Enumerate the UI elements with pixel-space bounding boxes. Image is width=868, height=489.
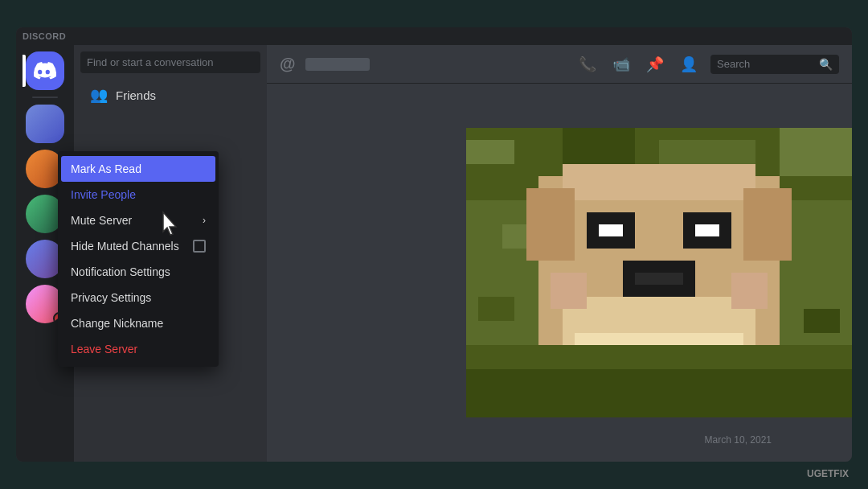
svg-rect-22	[478, 297, 514, 321]
server-icon-1[interactable]	[26, 105, 64, 143]
svg-rect-3	[563, 128, 635, 164]
friends-icon: 👥	[90, 86, 108, 104]
active-indicator	[23, 55, 26, 87]
hide-muted-checkbox[interactable]	[193, 240, 206, 253]
discord-home-icon[interactable]	[26, 51, 64, 90]
context-menu-notification-settings[interactable]: Notification Settings	[61, 259, 215, 285]
svg-rect-21	[792, 249, 816, 273]
context-menu: Mark As Read Invite People Mute Server ›…	[58, 151, 219, 367]
privacy-settings-label: Privacy Settings	[71, 291, 151, 304]
main-content: @ 📞 📹 📌 👤 Search 🔍	[267, 45, 852, 462]
mute-server-label: Mute Server	[71, 214, 132, 227]
svg-rect-20	[502, 224, 526, 249]
svg-rect-4	[659, 140, 755, 164]
pin-icon[interactable]: 📌	[643, 52, 667, 76]
svg-rect-12	[599, 224, 623, 236]
svg-rect-24	[551, 273, 587, 309]
svg-rect-15	[635, 273, 683, 285]
hide-muted-label: Hide Muted Channels	[71, 240, 179, 253]
svg-rect-9	[743, 188, 792, 261]
svg-rect-8	[526, 188, 575, 261]
search-icon: 🔍	[819, 58, 833, 71]
context-menu-invite-people[interactable]: Invite People	[61, 182, 215, 208]
content-header: @ 📞 📹 📌 👤 Search 🔍	[267, 45, 852, 84]
app-title: DISCORD	[23, 31, 66, 41]
context-menu-mute-server[interactable]: Mute Server ›	[61, 208, 215, 233]
call-icon[interactable]: 📞	[575, 52, 600, 76]
mark-as-read-label: Mark As Read	[71, 162, 141, 175]
leave-server-label: Leave Server	[71, 343, 137, 355]
notification-settings-label: Notification Settings	[71, 265, 170, 278]
chat-area: March 10, 2021	[267, 84, 852, 462]
context-menu-mark-as-read[interactable]: Mark As Read	[61, 156, 215, 182]
date-text: March 10, 2021	[705, 434, 772, 446]
context-menu-hide-muted[interactable]: Hide Muted Channels	[61, 233, 215, 259]
search-input[interactable]: Find or start a conversation	[80, 51, 260, 73]
username-blurred	[305, 58, 370, 71]
friends-item[interactable]: 👥 Friends	[80, 80, 260, 110]
search-placeholder: Find or start a conversation	[87, 56, 214, 68]
friends-label: Friends	[116, 88, 156, 102]
svg-rect-19	[466, 369, 852, 417]
context-menu-change-nickname[interactable]: Change Nickname	[61, 310, 215, 336]
svg-rect-7	[563, 164, 755, 200]
invite-people-label: Invite People	[71, 188, 136, 201]
video-icon[interactable]: 📹	[609, 52, 633, 76]
svg-rect-13	[695, 224, 719, 236]
server-divider	[32, 97, 58, 98]
svg-rect-5	[780, 128, 852, 176]
date-divider: March 10, 2021	[705, 434, 772, 446]
watermark: UGETFIX	[807, 468, 849, 479]
context-menu-privacy-settings[interactable]: Privacy Settings	[61, 285, 215, 310]
change-nickname-label: Change Nickname	[71, 317, 163, 330]
doge-image	[466, 84, 852, 462]
search-label: Search	[717, 58, 813, 70]
title-bar: DISCORD	[16, 27, 852, 45]
svg-rect-23	[804, 309, 840, 333]
header-search[interactable]: Search 🔍	[710, 55, 839, 74]
svg-rect-25	[731, 273, 768, 309]
chevron-right-icon: ›	[203, 215, 206, 226]
context-menu-leave-server[interactable]: Leave Server	[61, 336, 215, 362]
svg-rect-2	[466, 140, 514, 164]
add-friend-icon[interactable]: 👤	[677, 52, 701, 76]
at-icon: @	[280, 55, 296, 73]
